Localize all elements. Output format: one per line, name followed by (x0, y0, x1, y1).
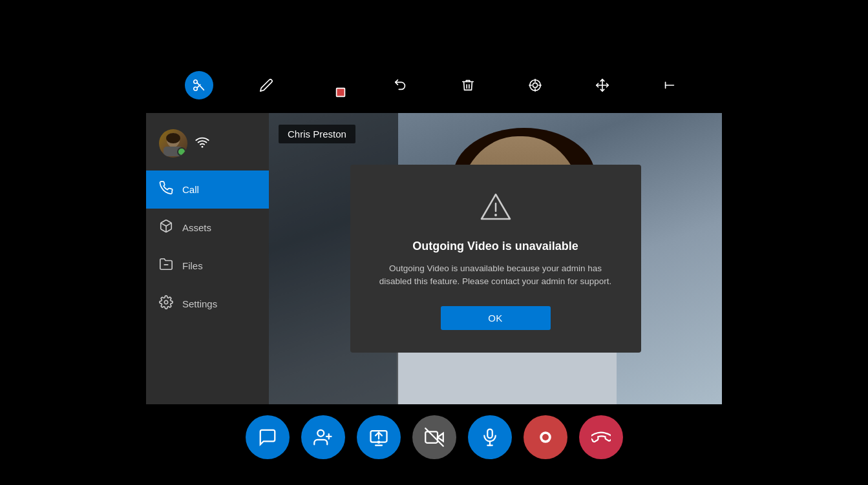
mic-button[interactable] (468, 415, 512, 459)
svg-point-6 (533, 83, 537, 87)
modal-ok-button[interactable]: OK (441, 306, 551, 330)
sidebar-files-label: Files (182, 260, 203, 271)
trash-button[interactable] (454, 71, 482, 99)
svg-point-25 (317, 430, 324, 437)
end-call-button[interactable] (579, 415, 623, 459)
wifi-icon (195, 135, 209, 152)
sidebar-item-settings[interactable]: Settings (146, 285, 269, 323)
svg-rect-35 (487, 429, 492, 439)
assets-icon (159, 219, 173, 236)
files-icon (159, 257, 173, 274)
sidebar-item-assets[interactable]: Assets (146, 209, 269, 247)
svg-rect-4 (336, 88, 344, 97)
sidebar-settings-label: Settings (182, 298, 217, 309)
target-button[interactable] (521, 71, 549, 99)
main-content: Call Assets Files (146, 113, 722, 404)
svg-point-24 (494, 214, 497, 216)
svg-point-16 (166, 133, 180, 143)
top-toolbar (185, 71, 684, 99)
svg-point-29 (377, 441, 379, 443)
modal-overlay: Outgoing Video is unavailable Outgoing V… (269, 113, 722, 404)
settings-icon (159, 295, 173, 313)
avatar (159, 129, 187, 158)
sidebar-item-files[interactable]: Files (146, 247, 269, 285)
svg-marker-32 (438, 433, 443, 442)
svg-point-39 (542, 434, 549, 440)
scissors-button[interactable] (185, 71, 213, 99)
pen-button[interactable] (252, 71, 281, 99)
modal-title: Outgoing Video is unavailable (412, 240, 578, 253)
avatar-face (159, 129, 187, 158)
move-button[interactable] (588, 71, 617, 99)
modal-box: Outgoing Video is unavailable Outgoing V… (350, 165, 641, 353)
svg-rect-33 (425, 431, 438, 443)
undo-button[interactable] (386, 71, 415, 99)
sidebar-call-label: Call (182, 184, 199, 195)
record-button[interactable] (524, 415, 567, 459)
svg-rect-17 (164, 147, 183, 156)
screen-share-button[interactable] (357, 415, 401, 459)
call-icon (159, 181, 173, 198)
chat-button[interactable] (246, 415, 290, 459)
video-button[interactable] (412, 415, 456, 459)
sidebar-assets-label: Assets (182, 222, 211, 233)
modal-message: Outgoing Video is unavailable because yo… (376, 262, 615, 289)
video-area: Chris Preston Outgoing Video is unavaila… (269, 113, 722, 404)
warning-icon (480, 191, 512, 229)
stop-button[interactable] (319, 71, 348, 99)
avatar-area (146, 119, 269, 170)
sidebar: Call Assets Files (146, 113, 269, 404)
call-controls (246, 415, 623, 459)
add-participant-button[interactable] (301, 415, 345, 459)
svg-point-21 (164, 300, 168, 304)
sidebar-item-call[interactable]: Call (146, 170, 269, 209)
pin-button[interactable] (655, 71, 684, 99)
